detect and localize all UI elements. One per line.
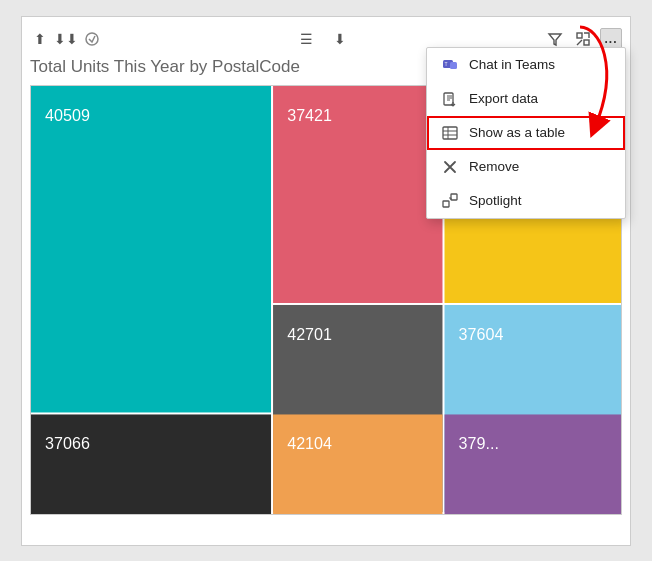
cell-label-37421: 37421 xyxy=(287,105,332,123)
report-card: ⬆ ⬇⬇ ☰ ⬇ ... Total Units xyxy=(21,16,631,546)
chat-in-teams-label: Chat in Teams xyxy=(469,57,555,72)
cell-label-40509: 40509 xyxy=(45,105,90,123)
menu-item-spotlight[interactable]: Spotlight xyxy=(427,184,625,218)
menu-item-export-data[interactable]: Export data xyxy=(427,82,625,116)
cell-label-37604: 37604 xyxy=(459,324,504,342)
toolbar-center: ☰ ⬇ xyxy=(296,29,350,49)
cell-label-42104: 42104 xyxy=(287,434,332,452)
svg-rect-2 xyxy=(584,40,589,45)
svg-rect-16 xyxy=(443,201,449,207)
undo-icon[interactable]: ⬆ xyxy=(30,29,50,49)
menu-icon[interactable]: ☰ xyxy=(296,29,316,49)
menu-item-show-as-table[interactable]: Show as a table xyxy=(427,116,625,150)
table-icon xyxy=(441,124,459,142)
cell-label-379: 379... xyxy=(459,434,499,452)
svg-rect-10 xyxy=(445,414,621,514)
svg-point-0 xyxy=(86,33,98,45)
menu-item-remove[interactable]: Remove xyxy=(427,150,625,184)
toolbar-left: ⬆ ⬇⬇ xyxy=(30,29,102,49)
svg-rect-12 xyxy=(450,62,457,69)
remove-icon xyxy=(441,158,459,176)
svg-rect-14 xyxy=(444,93,453,105)
spotlight-label: Spotlight xyxy=(469,193,522,208)
menu-item-chat-in-teams[interactable]: T Chat in Teams xyxy=(427,48,625,82)
remove-label: Remove xyxy=(469,159,519,174)
spotlight-icon xyxy=(441,192,459,210)
show-as-table-label: Show as a table xyxy=(469,125,565,140)
svg-rect-1 xyxy=(577,33,582,38)
svg-rect-9 xyxy=(273,414,442,514)
svg-rect-8 xyxy=(31,414,271,514)
export-icon xyxy=(441,90,459,108)
svg-rect-17 xyxy=(451,194,457,200)
cell-label-37066: 37066 xyxy=(45,434,90,452)
down-icon[interactable]: ⬇ xyxy=(330,29,350,49)
redo-icon[interactable]: ⬇⬇ xyxy=(56,29,76,49)
svg-text:T: T xyxy=(445,61,448,67)
svg-rect-3 xyxy=(31,86,271,412)
context-menu: T Chat in Teams Export data xyxy=(426,47,626,219)
svg-rect-15 xyxy=(443,127,457,139)
cell-label-42701: 42701 xyxy=(287,324,332,342)
save-icon[interactable] xyxy=(82,29,102,49)
export-data-label: Export data xyxy=(469,91,538,106)
teams-icon: T xyxy=(441,56,459,74)
